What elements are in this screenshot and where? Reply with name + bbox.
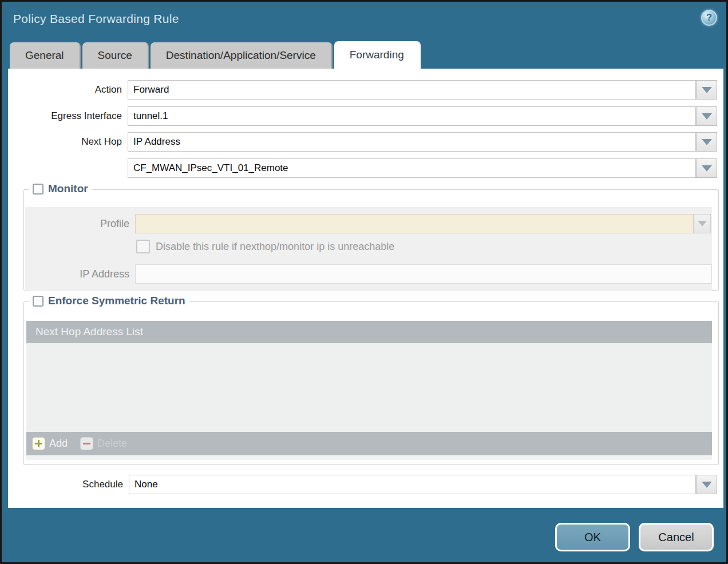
chevron-down-icon [702, 139, 712, 145]
monitor-ip-input [135, 264, 712, 284]
action-row: Action Forward [8, 80, 723, 100]
table-toolbar: Add Delete [26, 432, 712, 455]
monitor-checkbox[interactable] [33, 184, 43, 194]
schedule-row: Schedule None [8, 475, 723, 494]
schedule-select[interactable]: None [129, 475, 696, 494]
egress-interface-dropdown-button[interactable] [696, 106, 717, 126]
next-hop-address-list-body [26, 343, 712, 432]
enforce-symmetric-return-checkbox[interactable] [33, 296, 43, 307]
profile-dropdown-button [694, 214, 711, 233]
symmetric-return-legend-label: Enforce Symmetric Return [48, 295, 185, 307]
symmetric-return-legend: Enforce Symmetric Return [29, 295, 189, 307]
next-hop-address-list-table: Next Hop Address List Add Delete [26, 321, 712, 460]
add-button-label: Add [49, 438, 68, 450]
chevron-down-icon [702, 113, 712, 120]
ok-button[interactable]: OK [555, 523, 630, 551]
action-dropdown-button[interactable] [696, 80, 717, 100]
delete-button: Delete [80, 437, 127, 450]
add-button[interactable]: Add [32, 437, 68, 450]
monitor-legend: Monitor [29, 182, 92, 195]
chevron-down-icon [702, 165, 712, 172]
tab-bar: General Source Destination/Application/S… [10, 41, 422, 69]
chevron-down-icon [702, 482, 712, 488]
profile-label: Profile [25, 214, 129, 233]
schedule-dropdown-button[interactable] [696, 475, 717, 494]
monitor-section: Monitor Profile Disable this rule if nex… [23, 189, 719, 291]
next-hop-address-list-header: Next Hop Address List [26, 321, 712, 343]
monitor-ip-label: IP Address [25, 264, 129, 284]
schedule-label: Schedule [8, 475, 123, 494]
tab-source[interactable]: Source [82, 42, 149, 69]
next-hop-address-row: CF_MWAN_IPsec_VTI_01_Remote [8, 158, 723, 178]
disable-rule-row: Disable this rule if nexthop/monitor ip … [25, 239, 712, 255]
minus-icon [80, 437, 93, 450]
disable-rule-label: Disable this rule if nexthop/monitor ip … [156, 239, 394, 254]
policy-based-forwarding-dialog: Policy Based Forwarding Rule ? General S… [0, 0, 728, 564]
table-bottom-shadow [26, 455, 712, 460]
next-hop-type-select[interactable]: IP Address [128, 132, 696, 152]
plus-icon [32, 437, 45, 450]
dialog-title: Policy Based Forwarding Rule [13, 12, 179, 26]
profile-select [135, 214, 694, 233]
profile-row: Profile [25, 214, 712, 233]
action-select[interactable]: Forward [128, 80, 696, 100]
disable-rule-checkbox [136, 240, 150, 253]
tab-destination-application-service[interactable]: Destination/Application/Service [151, 42, 333, 69]
next-hop-address-dropdown-button[interactable] [696, 158, 717, 178]
delete-button-label: Delete [97, 438, 127, 450]
tab-general[interactable]: General [10, 42, 81, 69]
monitor-panel: Profile Disable this rule if nexthop/mon… [25, 207, 712, 291]
next-hop-row: Next Hop IP Address [8, 132, 723, 152]
next-hop-dropdown-button[interactable] [696, 132, 717, 152]
next-hop-address-select[interactable]: CF_MWAN_IPsec_VTI_01_Remote [128, 158, 696, 178]
monitor-legend-label: Monitor [48, 182, 88, 195]
help-icon[interactable]: ? [701, 10, 717, 26]
egress-interface-label: Egress Interface [8, 106, 122, 126]
egress-interface-select[interactable]: tunnel.1 [128, 106, 696, 126]
monitor-ip-row: IP Address [25, 264, 712, 284]
next-hop-label: Next Hop [8, 132, 122, 152]
tab-forwarding[interactable]: Forwarding [334, 41, 421, 69]
cancel-button[interactable]: Cancel [639, 523, 714, 551]
chevron-down-icon [702, 87, 712, 93]
action-label: Action [8, 80, 122, 100]
symmetric-return-section: Enforce Symmetric Return Next Hop Addres… [23, 301, 719, 465]
forwarding-tab-panel: Action Forward Egress Interface tunnel.1… [8, 69, 723, 508]
egress-interface-row: Egress Interface tunnel.1 [8, 106, 723, 126]
chevron-down-icon [698, 221, 707, 227]
